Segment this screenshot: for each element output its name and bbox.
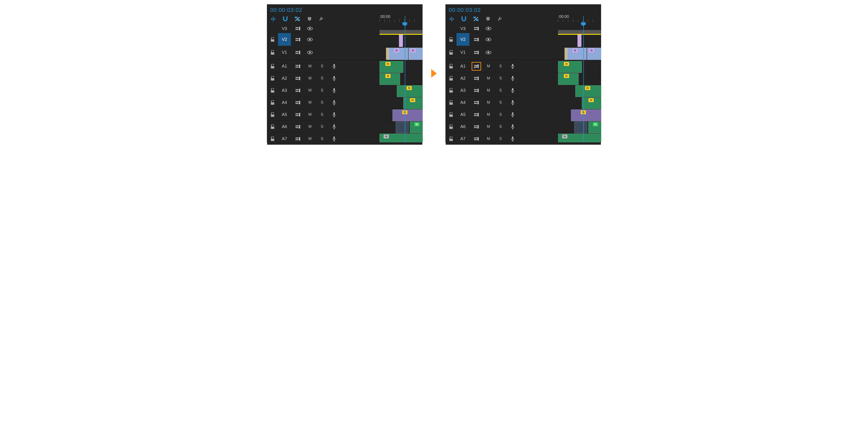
clip-video[interactable]: [386, 48, 389, 60]
clip-audio[interactable]: [574, 122, 587, 133]
track-label[interactable]: A3: [457, 85, 469, 96]
clip-audio[interactable]: fx: [403, 97, 423, 109]
clip-audio[interactable]: fx: [582, 97, 601, 109]
clip-audio[interactable]: fx: [393, 109, 423, 121]
solo-toggle[interactable]: S: [317, 123, 327, 131]
track-lock-icon[interactable]: [446, 37, 457, 42]
mute-toggle[interactable]: M: [305, 86, 315, 95]
add-marker-icon[interactable]: [307, 16, 313, 22]
sync-lock-toggle-icon[interactable]: [472, 135, 481, 143]
sync-lock-toggle-icon[interactable]: [293, 74, 303, 83]
track-label[interactable]: V3: [457, 24, 469, 33]
track-lock-icon[interactable]: [267, 37, 278, 42]
clip-audio[interactable]: fx: [575, 85, 601, 97]
sync-lock-toggle-icon[interactable]: [293, 123, 303, 131]
voice-over-record-icon[interactable]: [330, 110, 339, 119]
mute-toggle[interactable]: M: [484, 62, 493, 71]
track-lock-icon[interactable]: [267, 88, 278, 93]
track-label[interactable]: A2: [278, 72, 291, 84]
sync-lock-toggle-icon[interactable]: [293, 86, 303, 95]
clip-video[interactable]: [399, 35, 403, 47]
clip-video[interactable]: fx: [587, 48, 601, 60]
clip-audio[interactable]: fx: [379, 134, 423, 142]
voice-over-record-icon[interactable]: [330, 135, 339, 143]
mute-toggle[interactable]: M: [305, 98, 315, 107]
playhead-line[interactable]: [583, 16, 584, 142]
mute-toggle[interactable]: M: [305, 110, 315, 119]
track-lock-icon[interactable]: [446, 76, 457, 81]
voice-over-record-icon[interactable]: [508, 123, 518, 131]
track-lock-icon[interactable]: [446, 50, 457, 55]
clip-audio[interactable]: fx: [558, 73, 579, 85]
voice-over-record-icon[interactable]: [508, 110, 518, 119]
voice-over-record-icon[interactable]: [508, 62, 518, 71]
solo-toggle[interactable]: S: [496, 62, 505, 71]
sync-lock-toggle-icon[interactable]: [472, 48, 481, 57]
sync-lock-toggle-icon[interactable]: [293, 110, 303, 119]
solo-toggle[interactable]: S: [317, 86, 327, 95]
track-label[interactable]: A4: [278, 97, 291, 108]
sync-lock-toggle-icon[interactable]: [472, 98, 481, 107]
clip-audio[interactable]: fx: [558, 134, 601, 142]
solo-toggle[interactable]: S: [496, 74, 505, 83]
add-marker-icon[interactable]: [485, 16, 491, 22]
track-lock-icon[interactable]: [267, 136, 278, 141]
track-lock-icon[interactable]: [446, 88, 457, 93]
clip-audio[interactable]: fx: [588, 122, 601, 133]
solo-toggle[interactable]: S: [317, 98, 327, 107]
mute-toggle[interactable]: M: [484, 110, 493, 119]
solo-toggle[interactable]: S: [317, 110, 327, 119]
toggle-track-output-icon[interactable]: [305, 48, 315, 57]
solo-toggle[interactable]: S: [496, 123, 505, 131]
sync-lock-toggle-icon[interactable]: [293, 135, 303, 143]
clip-audio[interactable]: fx: [571, 109, 601, 121]
track-label[interactable]: V3: [278, 24, 291, 33]
insert-overwrite-toggle-icon[interactable]: [270, 16, 276, 22]
solo-toggle[interactable]: S: [317, 62, 327, 71]
track-label[interactable]: V2: [457, 33, 469, 46]
clip-audio[interactable]: fx: [397, 85, 423, 97]
mute-toggle[interactable]: M: [484, 86, 493, 95]
track-lock-icon[interactable]: [267, 100, 278, 105]
snap-toggle-icon[interactable]: [461, 16, 467, 22]
track-lock-icon[interactable]: [446, 136, 457, 141]
clip-video[interactable]: fx: [408, 48, 423, 60]
clip-audio[interactable]: fx: [379, 61, 403, 73]
clip-area[interactable]: fxfxfxfxfxfxfxfxfx: [379, 4, 422, 142]
mute-toggle[interactable]: M: [484, 98, 493, 107]
track-lock-icon[interactable]: [267, 112, 278, 117]
track-lock-icon[interactable]: [446, 112, 457, 117]
toggle-track-output-icon[interactable]: [484, 48, 493, 57]
clip-audio[interactable]: fx: [558, 61, 582, 73]
track-lock-icon[interactable]: [446, 100, 457, 105]
sync-lock-toggle-icon[interactable]: [293, 48, 303, 57]
toggle-track-output-icon[interactable]: [484, 24, 493, 33]
track-lock-icon[interactable]: [267, 124, 278, 129]
mute-toggle[interactable]: M: [305, 62, 315, 71]
clip-video[interactable]: [578, 35, 581, 47]
voice-over-record-icon[interactable]: [330, 86, 339, 95]
clip-audio[interactable]: fx: [410, 122, 423, 133]
voice-over-record-icon[interactable]: [508, 135, 518, 143]
sync-lock-toggle-icon[interactable]: [293, 98, 303, 107]
sync-lock-toggle-icon[interactable]: [293, 62, 303, 71]
sync-lock-toggle-icon[interactable]: [472, 74, 481, 83]
mute-toggle[interactable]: M: [305, 74, 315, 83]
clip-video[interactable]: [564, 48, 567, 60]
voice-over-record-icon[interactable]: [330, 98, 339, 107]
mute-toggle[interactable]: M: [484, 74, 493, 83]
sync-lock-toggle-icon[interactable]: [472, 62, 481, 71]
track-label[interactable]: A7: [457, 133, 469, 145]
sync-lock-toggle-icon[interactable]: [472, 123, 481, 131]
solo-toggle[interactable]: S: [317, 135, 327, 143]
clip-audio[interactable]: fx: [379, 73, 400, 85]
track-label[interactable]: A1: [278, 60, 291, 72]
track-label[interactable]: A4: [457, 97, 469, 108]
solo-toggle[interactable]: S: [496, 110, 505, 119]
voice-over-record-icon[interactable]: [508, 98, 518, 107]
voice-over-record-icon[interactable]: [330, 62, 339, 71]
mute-toggle[interactable]: M: [484, 135, 493, 143]
sync-lock-toggle-icon[interactable]: [472, 110, 481, 119]
toggle-track-output-icon[interactable]: [305, 35, 315, 44]
sync-lock-toggle-icon[interactable]: [472, 86, 481, 95]
